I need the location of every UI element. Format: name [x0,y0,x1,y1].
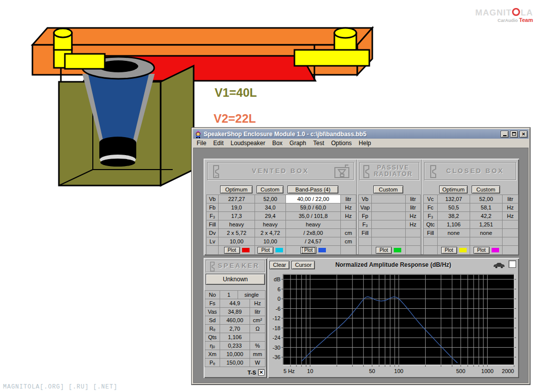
vented-optimum-button[interactable]: Optimum [220,186,253,194]
plot-closed-custom-button[interactable]: Plot [474,247,490,254]
param-value: 34,0 [255,203,286,212]
speaker-section-icon [362,165,373,179]
cursor-button[interactable]: Cursor [291,261,315,269]
menu-loudspeaker[interactable]: Loudspeaker [227,139,268,147]
param-value: heavy [219,220,255,229]
param-value: 35,0 / 101,8 [286,212,341,220]
param-unit [503,229,519,237]
window-titlebar[interactable]: SpeakerShop Enclosure Module 1.0 - c:\jb… [193,129,529,139]
param-value: / 24,57 [286,237,341,246]
param-row-qtc: Qtc 1,106 1,251 [424,220,519,229]
param-row-fc: Fc 50,5 58,1 Hz [424,203,519,212]
menu-test[interactable]: Test [309,139,327,147]
param-value: 2 x 4,72 [255,229,286,237]
closed-box-section: CLOSED BOX Optimum Custom Vc 132,07 52,0… [421,160,519,254]
vented-box-header: VENTED BOX [207,162,354,180]
graph-panel: Clear Cursor Normalized Amplitude Respon… [268,258,519,378]
closed-optimum-button[interactable]: Optimum [439,186,468,194]
volume-label-v2: V2=22L [214,112,256,126]
menu-edit[interactable]: Edit [210,139,227,147]
param-value: 42,2 [470,212,503,220]
speaker-section-icon [212,165,223,179]
param-value [372,203,406,212]
watermark: MAGNITOLA[.ORG] [.RU] [.NET] [3,384,118,391]
param-value: heavy [255,220,286,229]
param-label: Fill [359,229,372,237]
plot-custom-button[interactable]: Plot [258,247,273,254]
param-value: 17,3 [219,212,255,220]
ts-checkbox[interactable]: ✕ [258,369,265,376]
param-label: Fp [359,212,372,220]
vented-box-table: Optimum Custom Band-Pass (4) Vb 227,27 5… [206,185,356,255]
svg-text:10: 10 [307,368,313,374]
param-value: none [470,229,503,237]
param-unit: litr [250,308,266,316]
param-unit [406,229,421,237]
plot-optimum-button[interactable]: Plot [224,247,240,254]
vented-bandpass-button[interactable]: Band-Pass (4) [287,186,338,194]
param-row-vas: Vas 34,89 litr [205,308,266,316]
plot-bandpass-button[interactable]: Plot [300,247,316,254]
plot-color-swatch [394,248,401,252]
param-label: Qtc [424,220,438,229]
param-value: 0,233 [220,342,250,350]
svg-text:100: 100 [394,368,403,374]
menu-box[interactable]: Box [268,139,286,147]
param-unit: Hz [406,220,421,229]
menu-file[interactable]: File [193,139,210,147]
param-value: heavy [286,220,341,229]
param-label: Fc [424,203,438,212]
magnet-top [99,137,136,149]
param-value: none [438,229,470,237]
pr-custom-button[interactable]: Custom [373,186,403,194]
speaker-table: No 1 single Fs 44,9 Hz Vas 34,89 litr [205,290,266,367]
param-label: Xm [205,350,220,359]
param-label: F₃ [207,212,219,220]
clear-button[interactable]: Clear [269,261,289,269]
vented-box-buttons: Optimum Custom Band-Pass (4) [206,185,356,195]
param-value: 132,07 [438,195,470,203]
param-value: 38,2 [438,212,470,220]
param-label: No [205,291,220,299]
closed-custom-button[interactable]: Custom [472,186,500,194]
param-value: 52,00 [470,195,503,203]
plot-color-swatch [275,248,283,252]
param-label: Vap [359,203,372,212]
bandpass-volume-field[interactable]: 40,00 / 22,00 [286,195,341,203]
svg-text:5 Hz: 5 Hz [283,368,295,374]
minimize-button[interactable] [501,131,509,138]
param-row-fill: Fill none none [424,229,519,237]
passive-radiator-table: Custom Vb litr Vap litr [358,185,421,255]
maximize-button[interactable] [510,131,518,138]
speaker-mode[interactable]: single [238,291,266,299]
plot-row: Plot Plot [424,246,519,255]
plot-closed-optimum-button[interactable]: Plot [441,247,457,254]
right-port-duct [294,50,369,66]
param-row-vb: Vb 227,27 52,00 40,00 / 22,00 litr [207,195,356,203]
check-icon: ✕ [259,370,263,375]
param-unit: cm [341,237,356,246]
menu-help[interactable]: Help [355,139,375,147]
param-unit: % [250,342,266,350]
logo-ring-icon [512,8,520,16]
left-port-mouth [54,28,72,37]
menu-graph[interactable]: Graph [286,139,309,147]
vented-custom-button[interactable]: Custom [257,186,283,194]
speaker-panel: SPEAKER Unknown No 1 single Fs 44,9 Hz [204,258,267,378]
graph-title: Normalized Amplitude Response (dB/Hz) [335,261,451,268]
svg-text:6: 6 [277,286,280,292]
magnet-base [100,159,135,167]
speaker-name-button[interactable]: Unknown [206,274,265,285]
param-value: 1,106 [438,220,470,229]
param-unit: mm [250,350,266,359]
speaker-section-icon [429,165,440,179]
param-unit: Hz [406,212,421,220]
graph-checkbox[interactable] [509,260,516,268]
close-button[interactable]: ✕ [520,131,528,138]
param-label: F₃ [359,220,372,229]
plot-pr-button[interactable]: Plot [376,247,392,254]
param-value [372,220,406,229]
speaker-number[interactable]: 1 [220,291,238,299]
menu-options[interactable]: Options [327,139,355,147]
param-row-fb: Fb 19,0 34,0 59,0 / 60,0 Hz [207,203,356,212]
